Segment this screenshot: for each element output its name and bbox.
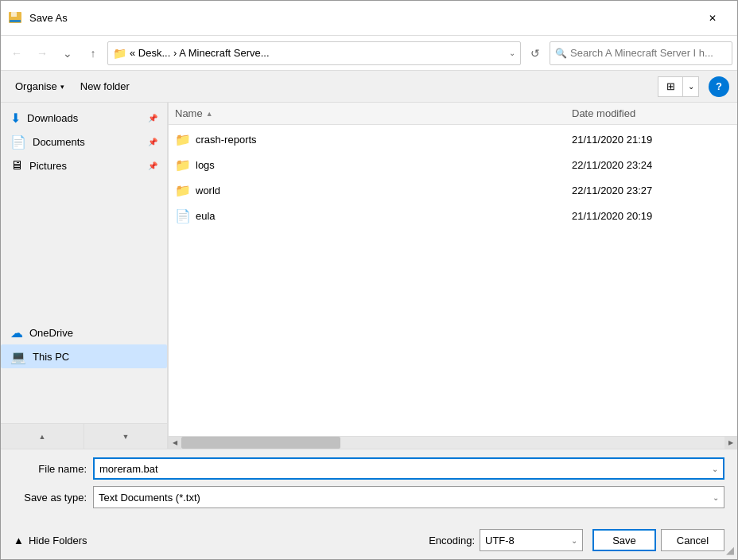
close-button[interactable]: ✕ [694,6,731,31]
title-bar-controls: ✕ [694,6,731,31]
address-bar[interactable]: 📁 « Desk... › A Minecraft Serve... ⌄ [107,41,521,65]
sidebar-item-thispc[interactable]: 💻 This PC [1,344,167,368]
thispc-label: This PC [33,351,157,363]
save-as-type-row: Save as type: Text Documents (*.txt) ⌄ [14,486,724,508]
up-button[interactable]: ↑ [82,42,104,64]
encoding-dropdown-icon: ⌄ [571,536,577,545]
view-dropdown-button[interactable]: ⌄ [683,76,699,97]
sidebar-item-downloads[interactable]: ⬇ Downloads 📌 [1,106,167,130]
main-area: ⬇ Downloads 📌 📄 Documents 📌 🖥 Pictures 📌 [1,103,737,449]
nav-dropdown-button[interactable]: ⌄ [56,42,79,64]
svg-rect-2 [10,20,21,22]
file-list: 📁 crash-reports 21/11/2020 21:19 📁 logs … [169,125,737,436]
address-dropdown-icon[interactable]: ⌄ [509,49,515,57]
cancel-button[interactable]: Cancel [661,529,724,551]
encoding-select[interactable]: UTF-8 ⌄ [480,529,583,551]
save-as-type-label: Save as type: [14,492,93,504]
sidebar-item-pictures[interactable]: 🖥 Pictures 📌 [1,154,167,177]
nav-toolbar: ← → ⌄ ↑ 📁 « Desk... › A Minecraft Serve.… [1,36,737,71]
downloads-icon: ⬇ [10,111,21,126]
address-folder-icon: 📁 [113,47,126,60]
file-date-crash-reports: 21/11/2020 21:19 [572,134,731,146]
file-area: Name ▲ Date modified 📁 crash-reports 21/… [169,103,737,449]
encoding-value: UTF-8 [485,535,515,546]
hscroll-track [181,437,724,449]
file-name-eula: eula [196,210,567,222]
organise-dropdown-icon: ▾ [60,83,64,91]
sort-icon: ▲ [206,110,213,118]
sidebar-scroll-up[interactable]: ▲ [1,424,84,449]
back-button[interactable]: ← [6,42,28,64]
folder-icon-world: 📁 [175,183,191,198]
save-as-type-value: Text Documents (*.txt) [99,492,200,504]
col-name-label: Name [175,107,203,119]
sidebar: ⬇ Downloads 📌 📄 Documents 📌 🖥 Pictures 📌 [1,103,168,449]
bottom-form: File name: moreram.bat ⌄ Save as type: T… [1,449,737,523]
sidebar-item-onedrive[interactable]: ☁ OneDrive [1,321,167,344]
pictures-label: Pictures [29,160,142,172]
thispc-icon: 💻 [10,349,26,364]
new-folder-button[interactable]: New folder [74,76,136,97]
pin-icon-documents: 📌 [148,138,157,146]
address-text: « Desk... › A Minecraft Serve... [130,47,506,59]
file-row-crash-reports[interactable]: 📁 crash-reports 21/11/2020 21:19 [169,126,737,152]
file-date-logs: 22/11/2020 23:24 [572,159,731,171]
save-as-type-select[interactable]: Text Documents (*.txt) ⌄ [93,486,724,508]
search-input[interactable] [570,47,727,59]
file-name-row: File name: moreram.bat ⌄ [14,457,724,480]
resize-handle[interactable]: ◢ [726,544,734,556]
col-header-name[interactable]: Name ▲ [175,107,572,119]
title-bar-text: Save As [29,12,694,24]
view-controls: ⊞ ⌄ [658,76,699,97]
file-row-logs[interactable]: 📁 logs 22/11/2020 23:24 [169,152,737,177]
file-date-world: 22/11/2020 23:27 [572,185,731,196]
sidebar-content: ⬇ Downloads 📌 📄 Documents 📌 🖥 Pictures 📌 [1,103,167,423]
col-header-date[interactable]: Date modified [572,107,731,119]
view-button[interactable]: ⊞ [658,76,683,97]
title-bar: Save As ✕ [1,1,737,36]
forward-button[interactable]: → [31,42,53,64]
search-bar[interactable]: 🔍 [550,41,732,65]
save-as-type-dropdown-icon: ⌄ [713,493,719,502]
new-folder-label: New folder [80,80,130,92]
help-button[interactable]: ? [709,76,729,97]
command-bar: Organise ▾ New folder ⊞ ⌄ ? [1,71,737,103]
sidebar-item-documents[interactable]: 📄 Documents 📌 [1,130,167,154]
organise-label: Organise [15,80,57,92]
file-name-input[interactable]: moreram.bat ⌄ [93,457,724,480]
onedrive-label: OneDrive [29,327,157,339]
file-row-eula[interactable]: 📄 eula 21/11/2020 20:19 [169,203,737,228]
action-bar: ▲ Hide Folders Encoding: UTF-8 ⌄ Save Ca… [1,523,737,559]
file-name-value: moreram.bat [99,463,158,475]
sidebar-scroll-down[interactable]: ▼ [84,424,167,449]
downloads-label: Downloads [27,112,142,124]
encoding-label: Encoding: [429,535,475,546]
documents-label: Documents [33,136,142,148]
pictures-icon: 🖥 [10,158,23,173]
save-button[interactable]: Save [592,529,656,551]
hide-folders-button[interactable]: ▲ Hide Folders [14,535,87,546]
file-name-world: world [196,185,567,196]
hide-folders-icon: ▲ [14,535,24,546]
hscroll-thumb[interactable] [181,437,340,449]
file-name-logs: logs [196,159,567,171]
onedrive-icon: ☁ [10,325,23,340]
file-name-dropdown-icon: ⌄ [712,465,718,473]
documents-icon: 📄 [10,134,26,150]
hscroll-right-button[interactable]: ▶ [724,437,737,449]
file-name-label: File name: [14,463,93,475]
hscroll-left-button[interactable]: ◀ [169,437,181,449]
search-icon: 🔍 [555,48,567,59]
folder-icon-crash-reports: 📁 [175,132,191,147]
refresh-button[interactable]: ↺ [524,42,546,64]
sidebar-scroll-controls: ▲ ▼ [1,423,167,449]
file-row-world[interactable]: 📁 world 22/11/2020 23:27 [169,177,737,203]
svg-rect-1 [11,12,17,17]
pin-icon-downloads: 📌 [148,114,157,122]
organise-button[interactable]: Organise ▾ [9,76,71,97]
file-header: Name ▲ Date modified [169,103,737,125]
horizontal-scrollbar: ◀ ▶ [169,436,737,449]
file-date-eula: 21/11/2020 20:19 [572,210,731,222]
folder-icon-logs: 📁 [175,158,191,173]
col-date-label: Date modified [572,107,635,119]
